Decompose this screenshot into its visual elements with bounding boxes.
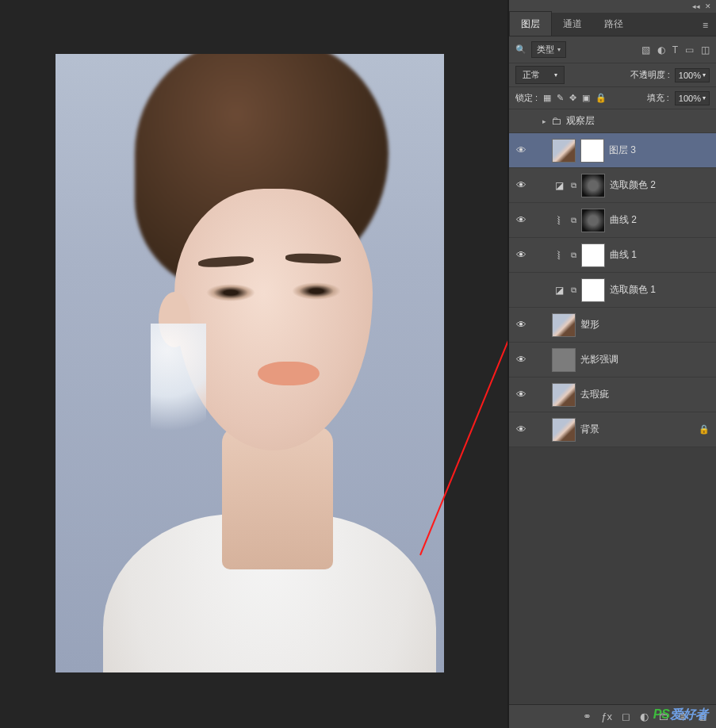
layer-thumbnail[interactable] <box>552 348 576 372</box>
watermark: PS爱好者 <box>653 707 708 723</box>
layers-list: 👁 ▸ 🗀 观察层 👁 图层 3 👁 ◪ ⧉ 选取颜色 2 👁 ⦚ ⧉ <box>509 109 716 447</box>
layer-item-background[interactable]: 👁 背景 🔒 <box>509 412 716 447</box>
layer-style-icon[interactable]: ƒx <box>601 711 612 722</box>
layer-name[interactable]: 选取颜色 1 <box>610 283 710 297</box>
selective-color-icon: ◪ <box>552 178 566 193</box>
filter-type-dropdown[interactable]: 类型 ▾ <box>531 41 566 58</box>
chevron-down-icon: ▾ <box>557 46 561 53</box>
curves-icon: ⦚ <box>552 213 566 228</box>
layer-item-curves-2[interactable]: 👁 ⦚ ⧉ 曲线 2 <box>509 203 716 238</box>
opacity-value: 100% <box>679 71 701 80</box>
layers-empty-area <box>509 447 716 704</box>
visibility-toggle[interactable]: 👁 <box>514 144 528 156</box>
chevron-down-icon: ▾ <box>703 71 706 79</box>
layer-mask-thumbnail[interactable] <box>581 278 605 302</box>
lock-transparency-icon[interactable]: ▦ <box>543 93 551 103</box>
chevron-down-icon: ▾ <box>554 71 557 79</box>
tab-paths[interactable]: 路径 <box>593 12 634 36</box>
close-icon[interactable]: ✕ <box>705 2 711 10</box>
portrait-earring <box>151 324 206 458</box>
panel-menu-icon[interactable]: ≡ <box>695 15 716 36</box>
link-icon[interactable]: ⧉ <box>571 216 576 225</box>
layer-mask-thumbnail[interactable] <box>581 174 605 197</box>
lock-icon: 🔒 <box>699 424 710 435</box>
document-canvas[interactable] <box>56 54 444 672</box>
layer-name[interactable]: 选取颜色 2 <box>610 178 710 192</box>
layer-group-observe[interactable]: 👁 ▸ 🗀 观察层 <box>509 109 716 133</box>
layer-mask-thumbnail[interactable] <box>581 243 605 267</box>
layer-name[interactable]: 观察层 <box>566 114 710 128</box>
link-icon[interactable]: ⧉ <box>571 285 576 295</box>
lock-label: 锁定 : <box>515 92 538 104</box>
search-icon: 🔍 <box>515 44 526 55</box>
visibility-toggle[interactable]: 👁 <box>514 179 528 191</box>
layer-thumbnail[interactable] <box>552 418 576 442</box>
lock-all-icon[interactable]: 🔒 <box>595 93 607 103</box>
watermark-part-b: 爱好者 <box>670 707 708 721</box>
layer-item-lightshadow[interactable]: 👁 光影强调 <box>509 343 716 377</box>
layer-item-curves-1[interactable]: 👁 ⦚ ⧉ 曲线 1 <box>509 238 716 273</box>
fill-value: 100% <box>679 94 701 103</box>
layers-panel: ◂◂ ✕ 图层 通道 路径 ≡ 🔍 类型 ▾ ▧ ◐ T ▭ ◫ 正常 ▾ 不透… <box>509 0 716 728</box>
layer-item-selective-color-1[interactable]: 👁 ◪ ⧉ 选取颜色 1 <box>509 273 716 308</box>
portrait-lips <box>258 362 320 385</box>
layer-name[interactable]: 去瑕疵 <box>580 388 710 401</box>
layer-item-layer3[interactable]: 👁 图层 3 <box>509 133 716 168</box>
blend-row: 正常 ▾ 不透明度 : 100% ▾ <box>509 63 716 87</box>
portrait-eye-right <box>292 282 341 300</box>
filter-shape-icon[interactable]: ▭ <box>685 44 694 56</box>
link-layers-icon[interactable]: ⚭ <box>583 711 592 722</box>
blend-mode-value: 正常 <box>523 69 540 81</box>
curves-icon: ⦚ <box>552 248 566 262</box>
visibility-toggle[interactable]: 👁 <box>514 319 528 331</box>
layer-filter-row: 🔍 类型 ▾ ▧ ◐ T ▭ ◫ <box>509 36 716 63</box>
layer-thumbnail[interactable] <box>552 139 576 163</box>
visibility-toggle[interactable]: 👁 <box>514 389 528 400</box>
filter-adjustment-icon[interactable]: ◐ <box>657 44 665 56</box>
visibility-toggle[interactable]: 👁 <box>514 354 528 366</box>
layer-name[interactable]: 曲线 2 <box>610 213 710 227</box>
lock-pixels-icon[interactable]: ✎ <box>557 93 564 103</box>
folder-icon: 🗀 <box>551 115 561 127</box>
opacity-dropdown[interactable]: 100% ▾ <box>675 68 710 82</box>
lock-position-icon[interactable]: ✥ <box>569 93 576 103</box>
portrait-eye-left <box>206 284 255 301</box>
layer-thumbnail[interactable] <box>552 313 576 337</box>
tab-layers[interactable]: 图层 <box>509 11 552 36</box>
filter-pixel-icon[interactable]: ▧ <box>641 44 650 56</box>
visibility-toggle[interactable]: 👁 <box>514 249 528 261</box>
chevron-down-icon: ▾ <box>703 94 706 102</box>
layer-name[interactable]: 背景 <box>580 423 694 436</box>
filter-type-text-icon[interactable]: T <box>672 44 678 56</box>
filter-type-label: 类型 <box>537 44 554 56</box>
add-mask-icon[interactable]: ◻ <box>622 711 630 722</box>
layer-name[interactable]: 塑形 <box>580 318 710 331</box>
layer-item-selective-color-2[interactable]: 👁 ◪ ⧉ 选取颜色 2 <box>509 168 716 203</box>
link-icon[interactable]: ⧉ <box>571 181 576 190</box>
canvas-area <box>0 0 509 728</box>
layer-mask-thumbnail[interactable] <box>581 209 605 232</box>
fill-label: 填充 : <box>647 92 669 104</box>
layer-name[interactable]: 曲线 1 <box>610 248 710 262</box>
lock-artboard-icon[interactable]: ▣ <box>582 93 590 103</box>
link-icon[interactable]: ⧉ <box>571 251 576 260</box>
collapse-icon[interactable]: ◂◂ <box>692 2 700 10</box>
chevron-right-icon[interactable]: ▸ <box>542 117 546 125</box>
opacity-label: 不透明度 : <box>630 69 670 81</box>
visibility-toggle[interactable]: 👁 <box>514 214 528 226</box>
blend-mode-dropdown[interactable]: 正常 ▾ <box>515 66 565 84</box>
filter-smart-icon[interactable]: ◫ <box>701 44 710 56</box>
layer-item-shaping[interactable]: 👁 塑形 <box>509 308 716 343</box>
layer-mask-thumbnail[interactable] <box>580 139 604 163</box>
visibility-toggle[interactable]: 👁 <box>514 423 528 435</box>
layer-name[interactable]: 光影强调 <box>580 353 710 366</box>
lock-row: 锁定 : ▦ ✎ ✥ ▣ 🔒 填充 : 100% ▾ <box>509 87 716 109</box>
tab-channels[interactable]: 通道 <box>552 12 593 36</box>
layer-item-blemish[interactable]: 👁 去瑕疵 <box>509 377 716 412</box>
add-adjustment-icon[interactable]: ◐ <box>640 711 649 722</box>
panel-tabs: 图层 通道 路径 ≡ <box>509 13 716 36</box>
layer-thumbnail[interactable] <box>552 383 576 407</box>
layer-name[interactable]: 图层 3 <box>609 144 710 157</box>
fill-dropdown[interactable]: 100% ▾ <box>675 91 710 105</box>
selective-color-icon: ◪ <box>552 283 566 297</box>
